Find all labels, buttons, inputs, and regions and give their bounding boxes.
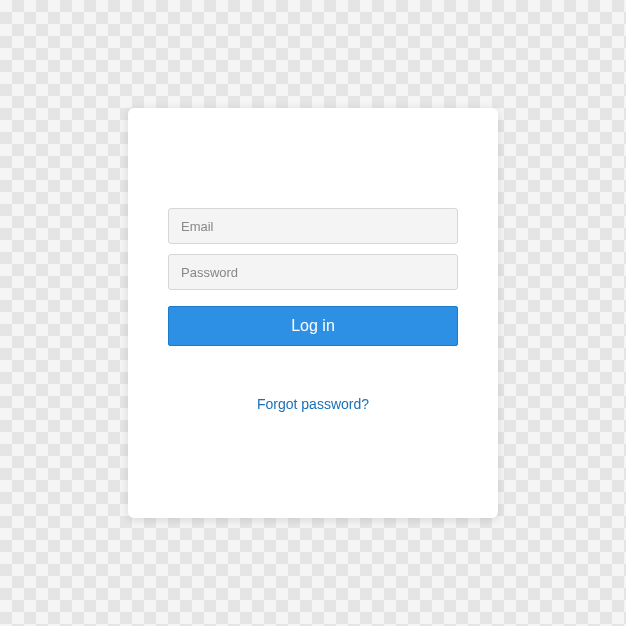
login-card: Log in Forgot password? [128, 108, 498, 518]
forgot-password-link[interactable]: Forgot password? [168, 396, 458, 412]
email-field[interactable] [168, 208, 458, 244]
login-button[interactable]: Log in [168, 306, 458, 346]
password-field[interactable] [168, 254, 458, 290]
